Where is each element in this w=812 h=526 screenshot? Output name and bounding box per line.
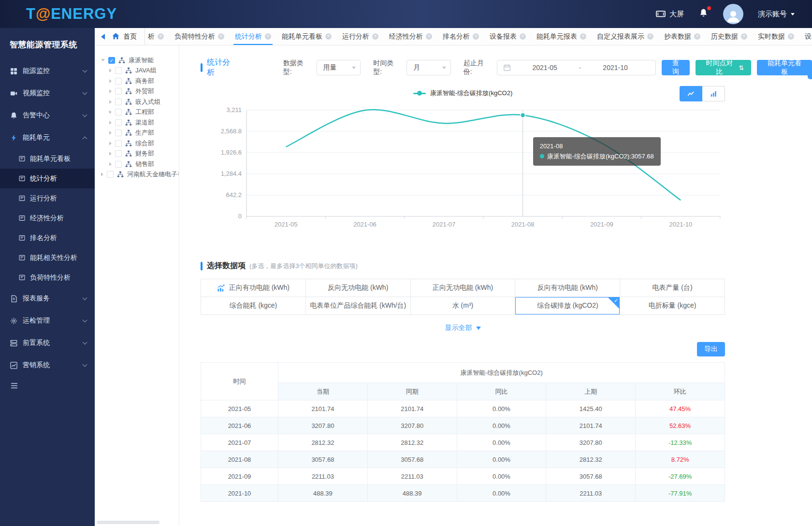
checkbox[interactable] — [115, 161, 122, 168]
sidebar-item-marketing-system[interactable]: 营销系统 — [0, 354, 95, 376]
bar-chart-toggle-button[interactable] — [702, 86, 725, 101]
big-screen-button[interactable]: 大屏 — [656, 10, 684, 19]
sidebar-item-video-monitor[interactable]: 视频监控 — [0, 82, 95, 104]
time-type-select[interactable]: 月 — [406, 60, 451, 75]
caret-right-icon[interactable] — [109, 162, 112, 166]
account-menu[interactable]: 演示账号 — [758, 10, 795, 19]
sidebar-item-energy-unit-kanban[interactable]: 能耗单元看板 — [0, 149, 95, 169]
tree-node[interactable]: 综合部 — [101, 138, 179, 149]
sidebar-item-report-service[interactable]: 报表服务 — [0, 287, 95, 310]
close-icon[interactable] — [520, 33, 526, 40]
energy-unit-kanban-button[interactable]: 能耗单元看板 — [757, 60, 812, 75]
caret-right-icon[interactable] — [109, 100, 112, 104]
data-item-meter-output[interactable]: 电表产量 (台) — [620, 279, 725, 297]
caret-right-icon[interactable] — [109, 79, 112, 83]
tab-home[interactable]: 首页 — [111, 28, 145, 45]
show-all-button[interactable]: 显示全部 — [201, 324, 725, 332]
tree-node[interactable]: 财务部 — [101, 149, 179, 159]
data-item-coal-equivalent[interactable]: 电折标量 (kgce) — [620, 297, 725, 315]
sidebar-item-energy-unit[interactable]: 能耗单元 — [0, 127, 95, 149]
sidebar-item-statistical-analysis[interactable]: 统计分析 — [0, 169, 95, 188]
legend-line-marker[interactable] — [413, 93, 426, 94]
tab-run-analysis[interactable]: 运行分析 — [337, 28, 384, 45]
line-chart-toggle-button[interactable] — [680, 86, 702, 101]
tree-node-root[interactable]: 康派智能 — [101, 55, 179, 66]
tree-node[interactable]: 渠道部 — [101, 117, 179, 128]
sidebar-item-ranking-analysis[interactable]: 排名分析 — [0, 228, 95, 248]
tree-node[interactable]: 销售部 — [101, 159, 179, 170]
tab-energy-unit-kanban[interactable]: 能耗单元看板 — [276, 28, 337, 45]
checkbox[interactable] — [115, 119, 122, 126]
checkbox[interactable] — [115, 129, 122, 136]
sidebar-item-run-analysis[interactable]: 运行分析 — [0, 188, 95, 208]
data-item-water[interactable]: 水 (m³) — [411, 297, 516, 315]
caret-right-icon[interactable] — [109, 89, 112, 93]
data-item-forward-reactive-energy[interactable]: 正向无功电能 (kWh) — [411, 279, 516, 297]
caret-right-icon[interactable] — [101, 172, 103, 176]
month-range-picker[interactable]: 2021-05 - 2021-10 — [497, 60, 656, 75]
caret-right-icon[interactable] — [109, 142, 112, 145]
sidebar-item-energy-monitor[interactable]: 能源监控 — [0, 60, 95, 82]
checkbox[interactable] — [115, 99, 122, 105]
tab-economic-analysis[interactable]: 经济性分析 — [384, 28, 437, 45]
data-item-reverse-active-energy[interactable]: 反向有功电能 (kWh) — [515, 279, 620, 297]
tab-ranking-analysis[interactable]: 排名分析 — [437, 28, 484, 45]
line-chart[interactable]: 0642.21,284.41,926.62,568.83,2112021-052… — [201, 101, 725, 233]
tab-custom-report[interactable]: 自定义报表展示 — [592, 28, 659, 45]
close-icon[interactable] — [426, 33, 432, 40]
side-panel-handle[interactable] — [808, 62, 812, 79]
caret-right-icon[interactable] — [109, 152, 112, 156]
caret-right-icon[interactable] — [109, 121, 112, 125]
checkbox[interactable] — [107, 171, 114, 178]
tab-device-report[interactable]: 设备报表 — [484, 28, 531, 45]
sidebar-item-ops-management[interactable]: 运检管理 — [0, 310, 95, 332]
tree-node[interactable]: JAVA组 — [101, 66, 179, 76]
close-icon[interactable] — [647, 33, 653, 40]
checkbox[interactable] — [115, 78, 122, 85]
tab-energy-unit-report[interactable]: 能耗单元报表 — [531, 28, 592, 45]
checkbox[interactable] — [115, 88, 122, 95]
close-icon[interactable] — [218, 33, 224, 40]
tab-load-analysis[interactable]: 负荷特性分析 — [169, 28, 230, 45]
close-icon[interactable] — [265, 33, 271, 40]
close-icon[interactable] — [694, 33, 700, 40]
tab-meter-data[interactable]: 抄表数据 — [659, 28, 706, 45]
query-button[interactable]: 查询 — [662, 60, 690, 75]
tree-node[interactable]: 外贸部 — [101, 86, 179, 97]
close-icon[interactable] — [473, 33, 479, 40]
data-item-comprehensive-energy[interactable]: 综合能耗 (kgce) — [201, 297, 306, 315]
tree-node[interactable]: 工程部 — [101, 107, 179, 118]
caret-right-icon[interactable] — [109, 110, 112, 114]
sidebar-item-alarm-center[interactable]: 告警中心 — [0, 104, 95, 127]
close-icon[interactable] — [325, 33, 332, 40]
sidebar-item-economic-analysis[interactable]: 经济性分析 — [0, 208, 95, 228]
data-item-carbon-emission-selected[interactable]: 综合碳排放 (kgCO2) — [515, 297, 620, 315]
checkbox[interactable] — [115, 109, 122, 115]
data-item-forward-active-energy[interactable]: 正向有功电能 (kWh) — [201, 279, 306, 297]
tree-node-sibling[interactable]: 河南航天金穗电子有 — [101, 170, 179, 180]
tab-statistical-analysis[interactable]: 统计分析 — [230, 28, 276, 45]
sidebar-item-load-analysis[interactable]: 负荷特性分析 — [0, 268, 95, 287]
close-icon[interactable] — [788, 33, 794, 40]
tree-node[interactable]: 生产部 — [101, 128, 179, 139]
tab-realtime-data[interactable]: 实时数据 — [753, 28, 799, 45]
caret-right-icon[interactable] — [109, 69, 112, 72]
tab-history-data[interactable]: 历史数据 — [706, 28, 753, 45]
tree-node[interactable]: 商务部 — [101, 76, 179, 86]
tab-clipped[interactable]: 析 — [145, 28, 169, 45]
tree-node[interactable]: 嵌入式组 — [101, 97, 179, 107]
close-icon[interactable] — [741, 33, 747, 40]
data-type-select[interactable]: 用量 — [317, 60, 361, 75]
sidebar-collapse-button[interactable] — [0, 376, 95, 391]
checkbox[interactable] — [115, 150, 122, 157]
data-item-unit-product-energy[interactable]: 电表单位产品综合能耗 (kWh/台) — [306, 297, 411, 315]
checkbox[interactable] — [115, 67, 122, 74]
data-item-reverse-reactive-energy[interactable]: 反向无功电能 (kWh) — [306, 279, 411, 297]
time-point-compare-button[interactable]: 时间点对比 ⇅ — [696, 60, 752, 75]
tab-clipped-right[interactable]: 设备 — [799, 28, 812, 45]
sidebar-item-front-system[interactable]: 前置系统 — [0, 332, 95, 354]
avatar[interactable] — [723, 4, 743, 24]
export-button[interactable]: 导出 — [697, 342, 725, 356]
checkbox-checked[interactable] — [108, 57, 115, 64]
close-icon[interactable] — [580, 33, 586, 40]
